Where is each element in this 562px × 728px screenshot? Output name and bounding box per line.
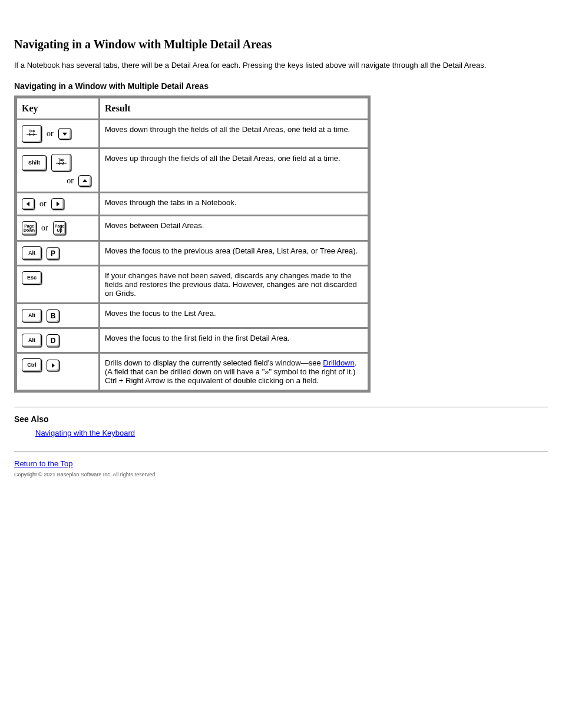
result-text: Moves the focus to the first field in th… <box>100 328 368 353</box>
svg-marker-3 <box>82 179 87 182</box>
or-text: or <box>67 176 74 186</box>
result-text: Moves up through the fields of all the D… <box>100 149 368 192</box>
svg-marker-4 <box>27 202 29 206</box>
svg-marker-5 <box>57 202 59 206</box>
table-subheading: Navigating in a Window with Multiple Det… <box>14 81 548 91</box>
shift-key-icon: Shift <box>22 155 47 171</box>
result-text: Moves between Detail Areas. <box>100 216 368 241</box>
divider <box>14 452 548 452</box>
table-row: Alt P Moves the focus to the previous ar… <box>16 241 368 265</box>
divider <box>14 407 548 407</box>
or-text: or <box>39 199 47 209</box>
page-down-key-icon: PageDown <box>22 221 37 235</box>
alt-key-icon: Alt <box>22 334 42 347</box>
section-heading: Navigating in a Window with Multiple Det… <box>14 38 548 51</box>
page-up-key-icon: PageUp <box>53 221 67 235</box>
up-arrow-key-icon <box>78 175 91 187</box>
see-also-section: See Also Navigating with the Keyboard <box>14 414 548 437</box>
see-also-label: See Also <box>14 414 49 424</box>
tab-key-icon: Tab <box>51 154 71 172</box>
right-arrow-key-icon <box>51 198 64 210</box>
table-row: Esc If your changes have not been saved,… <box>16 266 368 303</box>
result-text: If your changes have not been saved, dis… <box>100 266 368 303</box>
table-row: Tab or Moves down through the fields of … <box>16 120 368 148</box>
table-row: Ctrl Drills down to display the currentl… <box>16 353 368 390</box>
ctrl-key-icon: Ctrl <box>22 358 42 372</box>
left-arrow-key-icon <box>22 198 35 210</box>
result-text: Moves the focus to the List Area. <box>100 304 368 328</box>
or-text: or <box>47 129 54 139</box>
alt-key-icon: Alt <box>22 309 42 322</box>
column-header-result: Result <box>100 98 368 119</box>
table-row: Shift Tab or Moves up through the fields… <box>16 149 368 192</box>
right-arrow-key-icon <box>47 360 59 371</box>
table-row: Alt D Moves the focus to the first field… <box>16 328 368 353</box>
table-row: or Moves through the tabs in a Notebook. <box>16 193 368 215</box>
return-to-top-link[interactable]: Return to the Top <box>14 459 73 468</box>
svg-text:Tab: Tab <box>29 129 35 133</box>
result-pre: Drills down to display the currently sel… <box>105 358 323 367</box>
drilldown-link[interactable]: Drilldown <box>323 358 354 367</box>
esc-key-icon: Esc <box>22 271 42 285</box>
result-text: Moves through the tabs in a Notebook. <box>100 193 368 215</box>
table-row: Alt B Moves the focus to the List Area. <box>16 304 368 328</box>
shortcut-table: Key Result Tab or Moves down through the… <box>14 95 371 393</box>
result-text: Moves down through the fields of all the… <box>100 120 368 148</box>
tab-key-icon: Tab <box>22 125 42 143</box>
alt-key-icon: Alt <box>22 246 42 260</box>
svg-text:Tab: Tab <box>58 158 65 162</box>
down-arrow-key-icon <box>58 128 71 140</box>
notebook-description: If a Notebook has several tabs, there wi… <box>14 61 548 70</box>
copyright-text: Copyright © 2021 Baseplan Software Inc. … <box>14 472 548 477</box>
result-text: Moves the focus to the previous area (De… <box>100 241 368 265</box>
or-text: or <box>41 223 48 233</box>
svg-marker-1 <box>62 133 67 136</box>
see-also-link[interactable]: Navigating with the Keyboard <box>35 429 135 437</box>
d-key-icon: D <box>47 334 59 347</box>
b-key-icon: B <box>47 309 59 322</box>
table-row: PageDown or PageUp Moves between Detail … <box>16 216 368 241</box>
p-key-icon: P <box>47 247 59 260</box>
result-text: Drills down to display the currently sel… <box>100 353 368 390</box>
svg-marker-6 <box>52 363 55 368</box>
column-header-key: Key <box>16 98 99 119</box>
